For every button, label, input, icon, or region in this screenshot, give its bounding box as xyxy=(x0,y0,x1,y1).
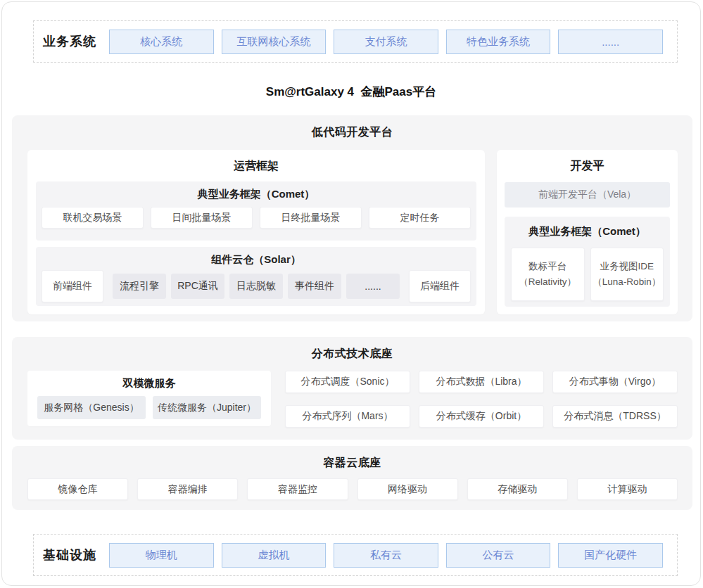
component-backend: 后端组件 xyxy=(409,270,471,302)
operation-framework-title: 运营框架 xyxy=(27,150,485,174)
infra-domestic-hardware: 国产化硬件 xyxy=(558,543,663,568)
vela-frontend-dev-platform: 前端开发平台（Vela） xyxy=(505,182,670,207)
image-registry: 镜像仓库 xyxy=(27,478,128,500)
storage-driver: 存储驱动 xyxy=(467,478,568,500)
service-mesh-genesis: 服务网格（Genesis） xyxy=(37,396,146,419)
business-system-more: ...... xyxy=(558,30,663,54)
container-cloud-title: 容器云底座 xyxy=(12,446,692,471)
business-system-core: 核心系统 xyxy=(109,30,214,54)
scenario-online-trade: 联机交易场景 xyxy=(42,207,144,229)
dev-comet-framework-title: 典型业务框架（Comet） xyxy=(505,217,670,238)
solar-component-warehouse-title: 组件云仓（Solar） xyxy=(36,247,476,267)
business-systems-items: 核心系统 互联网核心系统 支付系统 特色业务系统 ...... xyxy=(109,30,663,54)
container-orchestration: 容器编排 xyxy=(137,478,238,500)
operation-framework-card: 运营框架 典型业务框架（Comet） 联机交易场景 日间批量场景 日终批量场景 … xyxy=(27,150,485,314)
dev-platform-card: 开发平 前端开发平台（Vela） 典型业务框架（Comet） 数标平台 （Rel… xyxy=(497,150,678,314)
business-systems-band: 业务系统 核心系统 互联网核心系统 支付系统 特色业务系统 ...... xyxy=(33,20,678,63)
relativity-platform-code: （Relativity） xyxy=(519,274,576,290)
infrastructure-items: 物理机 虚拟机 私有云 公有云 国产化硬件 xyxy=(109,543,663,568)
distributed-base-title: 分布式技术底座 xyxy=(12,337,692,362)
scenario-scheduled-task: 定时任务 xyxy=(369,207,471,229)
solar-components-row: 前端组件 流程引擎 RPC通讯 日志脱敏 事件组件 ...... 后端组件 xyxy=(36,269,476,304)
distributed-transaction-virgo: 分布式事物（Virgo） xyxy=(552,371,678,393)
luna-robin-ide: 业务视图IDE （Luna-Robin） xyxy=(590,248,664,301)
dual-mode-microservice-title: 双模微服务 xyxy=(27,371,271,390)
distributed-sequence-mars: 分布式序列（Mars） xyxy=(285,405,410,428)
infra-private-cloud: 私有云 xyxy=(334,543,438,568)
container-cloud-items-row: 镜像仓库 容器编排 容器监控 网络驱动 存储驱动 计算驱动 xyxy=(27,478,678,500)
infrastructure-label: 基础设施 xyxy=(43,547,101,563)
business-system-payment: 支付系统 xyxy=(334,30,438,54)
relativity-platform-name: 数标平台 xyxy=(528,259,566,274)
dev-comet-framework-box: 典型业务框架（Comet） 数标平台 （Relativity） 业务视图IDE … xyxy=(505,217,670,307)
luna-robin-ide-code: （Luna-Robin） xyxy=(593,274,661,290)
business-system-internet-core: 互联网核心系统 xyxy=(222,30,327,54)
comet-business-framework-title: 典型业务框架（Comet） xyxy=(36,181,476,201)
distributed-message-tdrss: 分布式消息（TDRSS） xyxy=(552,405,678,428)
solar-chips: 流程引擎 RPC通讯 日志脱敏 事件组件 ...... xyxy=(113,274,400,299)
infra-virtual-machine: 虚拟机 xyxy=(222,543,327,568)
scenario-daytime-batch: 日间批量场景 xyxy=(151,207,253,229)
infra-public-cloud: 公有云 xyxy=(446,543,551,568)
low-code-platform-section: 低代码开发平台 运营框架 典型业务框架（Comet） 联机交易场景 日间批量场景… xyxy=(12,115,692,321)
business-system-special: 特色业务系统 xyxy=(446,30,551,54)
infrastructure-band: 基础设施 物理机 虚拟机 私有云 公有云 国产化硬件 xyxy=(33,534,678,576)
infra-physical-machine: 物理机 xyxy=(109,543,214,568)
chip-log-masking: 日志脱敏 xyxy=(229,274,283,299)
solar-component-warehouse-box: 组件云仓（Solar） 前端组件 流程引擎 RPC通讯 日志脱敏 事件组件 ..… xyxy=(36,247,476,306)
business-systems-label: 业务系统 xyxy=(43,33,101,50)
comet-scenarios-row: 联机交易场景 日间批量场景 日终批量场景 定时任务 xyxy=(36,201,476,229)
network-driver: 网络驱动 xyxy=(357,478,458,500)
component-frontend: 前端组件 xyxy=(42,270,103,302)
container-cloud-section: 容器云底座 镜像仓库 容器编排 容器监控 网络驱动 存储驱动 计算驱动 xyxy=(12,446,692,510)
chip-rpc: RPC通讯 xyxy=(171,274,224,299)
chip-process-engine: 流程引擎 xyxy=(113,274,166,299)
relativity-platform: 数标平台 （Relativity） xyxy=(511,248,585,301)
scenario-endofday-batch: 日终批量场景 xyxy=(260,207,362,229)
low-code-platform-title: 低代码开发平台 xyxy=(12,115,692,140)
dev-comet-items-row: 数标平台 （Relativity） 业务视图IDE （Luna-Robin） xyxy=(505,238,670,301)
chip-more: ...... xyxy=(346,274,400,299)
dual-mode-items-row: 服务网格（Genesis） 传统微服务（Jupiter） xyxy=(27,390,271,419)
distributed-services-grid: 分布式调度（Sonic） 分布式数据（Libra） 分布式事物（Virgo） 分… xyxy=(285,371,678,428)
traditional-microservice-jupiter: 传统微服务（Jupiter） xyxy=(153,396,261,419)
architecture-diagram-card: 业务系统 核心系统 互联网核心系统 支付系统 特色业务系统 ...... Sm@… xyxy=(1,1,701,586)
distributed-data-libra: 分布式数据（Libra） xyxy=(419,371,544,393)
page-title: Sm@rtGalaxy 4 金融Paas平台 xyxy=(2,84,700,100)
distributed-cache-orbit: 分布式缓存（Orbit） xyxy=(419,405,544,428)
container-monitoring: 容器监控 xyxy=(247,478,348,500)
dev-platform-title: 开发平 xyxy=(497,150,678,174)
comet-business-framework-box: 典型业务框架（Comet） 联机交易场景 日间批量场景 日终批量场景 定时任务 xyxy=(36,181,476,241)
luna-robin-ide-name: 业务视图IDE xyxy=(600,259,654,274)
distributed-base-section: 分布式技术底座 双模微服务 服务网格（Genesis） 传统微服务（Jupite… xyxy=(12,337,692,440)
chip-event-component: 事件组件 xyxy=(288,274,341,299)
distributed-scheduling-sonic: 分布式调度（Sonic） xyxy=(285,371,410,393)
compute-driver: 计算驱动 xyxy=(577,478,678,500)
dual-mode-microservice-card: 双模微服务 服务网格（Genesis） 传统微服务（Jupiter） xyxy=(27,371,271,426)
